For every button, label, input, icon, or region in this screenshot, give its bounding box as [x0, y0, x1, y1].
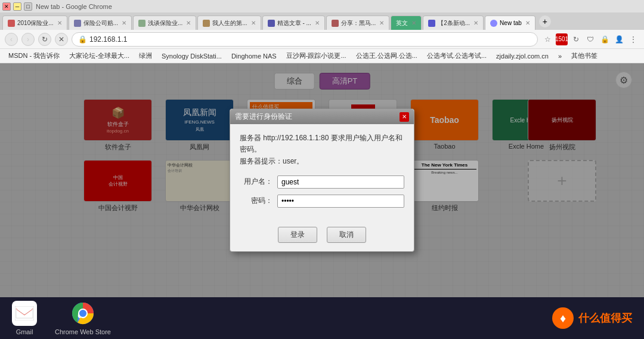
taskbar-brand[interactable]: ♦ 什么值得买 — [552, 307, 632, 329]
tab-close-icon[interactable]: ✕ — [379, 20, 384, 26]
star-icon[interactable]: ☆ — [541, 33, 553, 45]
tab-close-icon[interactable]: ✕ — [315, 20, 320, 26]
auth-dialog: 需要进行身份验证 ✕ 服务器 http://192.168.1.1:80 要求用… — [230, 109, 414, 252]
tab-favicon — [203, 20, 210, 27]
password-input[interactable] — [277, 195, 404, 208]
dialog-info: 服务器 http://192.168.1.1:80 要求用户输入用户名和密码。 … — [240, 132, 404, 167]
tab-close-icon[interactable]: ✕ — [251, 20, 256, 26]
tab-label: 2010保险业... — [17, 19, 54, 27]
chrome-store-label: Chrome Web Store — [55, 328, 111, 335]
tab-bar: 2010保险业... ✕ 保险公司赔... ✕ 浅谈保险业... ✕ 我人生的第… — [0, 13, 644, 30]
dialog-titlebar: 需要进行身份验证 ✕ — [230, 109, 414, 124]
tab-2010[interactable]: 2010保险业... ✕ — [2, 16, 67, 30]
tab-label: 【2条新动... — [438, 19, 470, 27]
tab-2tiao[interactable]: 【2条新动... ✕ — [423, 16, 484, 30]
bookmark-synology[interactable]: Synology DiskStati... — [158, 51, 225, 61]
brand-icon: ♦ — [552, 307, 574, 329]
tab-label: 我人生的第... — [212, 19, 247, 27]
browser-frame: ✕ ─ □ New tab - Google Chrome 2010保险业...… — [0, 0, 644, 339]
tab-label: 浅谈保险业... — [148, 19, 182, 27]
nav-icons: ☆ 1501 ↻ 🛡 🔒 👤 ⋮ — [541, 33, 639, 45]
address-bar[interactable]: 🔒 192.168.1.1 — [72, 32, 538, 47]
bookmark-msdn[interactable]: MSDN - 我告诉你 — [5, 50, 63, 61]
bookmark-dinghome[interactable]: Dinghome NAS — [228, 51, 280, 61]
lock-icon[interactable]: 🔒 — [599, 33, 611, 45]
password-label: 密码： — [240, 196, 273, 206]
home-button[interactable]: ✕ — [55, 33, 68, 46]
notification-count: 1501 — [556, 33, 568, 45]
username-label: 用户名： — [240, 177, 273, 187]
taskbar: Gmail Chrome Web Store ♦ 什么值得买 — [0, 297, 644, 339]
dialog-info-line2: 服务器提示：user。 — [240, 157, 304, 165]
tab-qianzhe[interactable]: 浅谈保险业... ✕ — [133, 16, 196, 30]
bookmark-dajia[interactable]: 大家论坛-全球最大... — [66, 50, 133, 61]
tab-label: 精选文章 - ... — [277, 19, 311, 27]
login-button[interactable]: 登录 — [278, 227, 317, 243]
tab-favicon — [332, 20, 339, 27]
bookmark-more[interactable]: » — [555, 51, 565, 61]
taskbar-gmail[interactable]: Gmail — [12, 301, 37, 335]
tab-fenxiang[interactable]: 分享：黑马... ✕ — [326, 16, 389, 30]
tab-close-icon[interactable]: ✕ — [411, 20, 416, 26]
brand-label: 什么值得买 — [578, 311, 632, 325]
reload-icon[interactable]: ↻ — [570, 33, 582, 45]
tab-english[interactable]: 英文 ✕ — [391, 16, 422, 30]
shield-icon[interactable]: 🛡 — [584, 33, 596, 45]
tab-label: 分享：黑马... — [341, 19, 376, 27]
bookmark-gongxuan[interactable]: 公选王.公选网.公选... — [352, 50, 421, 61]
tab-close-icon[interactable]: ✕ — [473, 20, 478, 26]
forward-button[interactable]: › — [21, 33, 35, 46]
bookmark-other[interactable]: 其他书签 — [568, 50, 601, 61]
taskbar-chrome-store[interactable]: Chrome Web Store — [55, 301, 111, 335]
dialog-body: 服务器 http://192.168.1.1:80 要求用户输入用户名和密码。 … — [230, 124, 414, 222]
tab-label: New tab — [500, 20, 522, 26]
bookmark-gongxuankao[interactable]: 公选考试.公选考试... — [423, 50, 490, 61]
gmail-icon — [12, 301, 37, 326]
auth-dialog-overlay: 需要进行身份验证 ✕ 服务器 http://192.168.1.1:80 要求用… — [0, 63, 644, 297]
lock-icon: 🔒 — [78, 35, 87, 44]
title-text: New tab - Google Chrome — [36, 3, 112, 10]
tab-woren[interactable]: 我人生的第... ✕ — [197, 16, 261, 30]
tab-favicon — [428, 20, 435, 27]
reload-button[interactable]: ↻ — [38, 33, 51, 46]
back-button[interactable]: ‹ — [5, 33, 18, 46]
user-icon[interactable]: 👤 — [613, 33, 625, 45]
nav-bar: ‹ › ↻ ✕ 🔒 192.168.1.1 ☆ 1501 ↻ 🛡 🔒 👤 ⋮ — [0, 30, 644, 49]
tab-newtab[interactable]: New tab ✕ — [485, 16, 535, 30]
chrome-store-icon — [70, 301, 95, 326]
menu-icon[interactable]: ⋮ — [627, 33, 639, 45]
tab-favicon — [268, 20, 275, 27]
tab-favicon — [138, 20, 145, 27]
tab-close-icon[interactable]: ✕ — [525, 20, 530, 26]
minimize-btn[interactable]: ─ — [13, 2, 21, 11]
bookmark-zjdaily[interactable]: zjdaily.zjol.com.cn — [493, 51, 552, 61]
bookmark-lvzhou[interactable]: 绿洲 — [135, 50, 156, 61]
svg-point-3 — [79, 310, 86, 317]
password-row: 密码： — [240, 195, 404, 208]
bookmarks-bar: MSDN - 我告诉你 大家论坛-全球最大... 绿洲 Synology Dis… — [0, 49, 644, 63]
title-bar: ✕ ─ □ New tab - Google Chrome — [0, 0, 644, 13]
cancel-button[interactable]: 取消 — [327, 227, 366, 243]
close-btn[interactable]: ✕ — [2, 2, 11, 11]
username-input[interactable] — [277, 175, 404, 189]
tab-favicon — [8, 20, 15, 27]
username-row: 用户名： — [240, 175, 404, 189]
dialog-info-line1: 服务器 http://192.168.1.1:80 要求用户输入用户名和密码。 — [240, 134, 402, 153]
new-tab-button[interactable]: + — [539, 16, 551, 27]
main-content: 综合 高清PT ⚙ 📦 软件盒子 itopdog.cn 软件盒子 — [0, 63, 644, 297]
tab-close-icon[interactable]: ✕ — [57, 20, 62, 26]
tab-jingxuan[interactable]: 精选文章 - ... ✕ — [262, 16, 325, 30]
dialog-close-button[interactable]: ✕ — [400, 112, 409, 122]
tab-label: 英文 — [396, 19, 408, 27]
dialog-footer: 登录 取消 — [230, 222, 414, 251]
address-text: 192.168.1.1 — [89, 35, 127, 44]
window-controls: ✕ ─ □ — [2, 2, 32, 11]
tab-close-icon[interactable]: ✕ — [122, 20, 126, 26]
tab-close-icon[interactable]: ✕ — [186, 20, 191, 26]
bookmark-dousha[interactable]: 豆沙网-跟踪小说更... — [283, 50, 350, 61]
gmail-label: Gmail — [16, 328, 33, 335]
maximize-btn[interactable]: □ — [24, 2, 32, 11]
tab-favicon — [490, 20, 497, 27]
dialog-title: 需要进行身份验证 — [235, 112, 292, 122]
tab-insurance[interactable]: 保险公司赔... ✕ — [69, 16, 132, 30]
